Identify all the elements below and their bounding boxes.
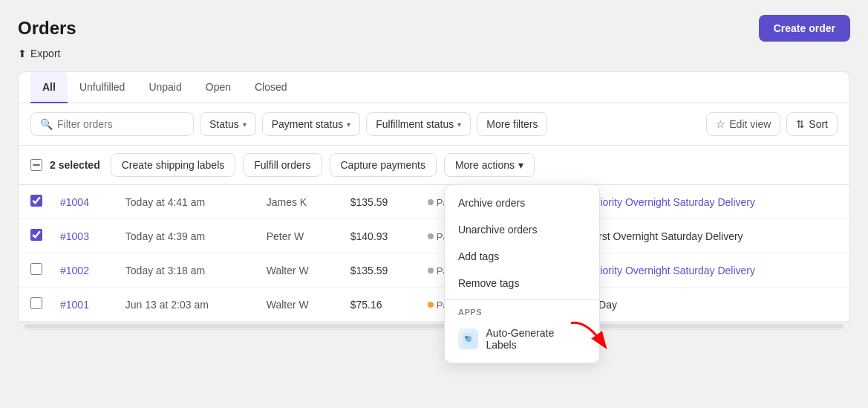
tab-unfulfilled[interactable]: Unfulfilled — [68, 72, 137, 103]
sort-button[interactable]: ⇅ Sort — [786, 112, 838, 136]
svg-point-2 — [465, 336, 468, 339]
order-amount: $135.59 — [342, 253, 419, 288]
capture-payments-button[interactable]: Capture payments — [330, 153, 437, 177]
scrollbar-row[interactable] — [19, 322, 849, 329]
page-title: Orders — [18, 18, 76, 39]
add-tags-item[interactable]: Add tags — [445, 243, 599, 270]
order-id-link[interactable]: #1002 — [60, 265, 89, 276]
search-icon: 🔍 — [40, 118, 53, 130]
table-row: #1002 Today at 3:18 am Walter W $135.59 … — [19, 253, 849, 288]
row-checkbox[interactable] — [30, 263, 42, 275]
chevron-down-icon: ▾ — [243, 120, 247, 129]
row-checkbox[interactable] — [30, 297, 42, 309]
remove-tags-item[interactable]: Remove tags — [445, 270, 599, 297]
order-date: Jun 13 at 2:03 am — [117, 288, 258, 322]
unarchive-orders-item[interactable]: Unarchive orders — [445, 216, 599, 243]
dropdown-divider — [445, 299, 599, 300]
tab-open[interactable]: Open — [194, 72, 243, 103]
create-shipping-labels-button[interactable]: Create shipping labels — [111, 153, 236, 177]
search-input[interactable] — [57, 118, 176, 130]
orders-table: #1004 Today at 4:41 am James K $135.59 P… — [19, 185, 849, 322]
create-order-button[interactable]: Create order — [759, 15, 850, 42]
order-customer: Peter W — [258, 219, 342, 253]
row-checkbox[interactable] — [30, 195, 42, 207]
archive-orders-item[interactable]: Archive orders — [445, 190, 599, 216]
order-customer: James K — [258, 185, 342, 219]
chevron-down-icon: ▾ — [457, 120, 461, 129]
order-amount: $75.16 — [342, 288, 419, 322]
scrollbar-track — [25, 324, 843, 328]
table-row: #1001 Jun 13 at 2:03 am Walter W $75.16 … — [19, 288, 849, 322]
auto-generate-labels-icon — [458, 328, 479, 349]
more-filters-button[interactable]: More filters — [477, 112, 547, 136]
tab-all[interactable]: All — [30, 72, 68, 103]
tab-closed[interactable]: Closed — [243, 72, 299, 103]
select-all-checkbox[interactable] — [30, 159, 42, 171]
order-id-link[interactable]: #1004 — [60, 196, 89, 208]
tab-unpaid[interactable]: Unpaid — [137, 72, 193, 103]
selection-bar: 2 selected Create shipping labels Fulfil… — [19, 146, 849, 185]
chevron-down-icon: ▾ — [518, 159, 523, 171]
fulfillment-status-filter-button[interactable]: Fulfillment status ▾ — [366, 112, 471, 136]
order-customer: Walter W — [258, 288, 342, 322]
filters-row: 🔍 Status ▾ Payment status ▾ Fulfillment … — [19, 103, 849, 146]
table-row: #1003 Today at 4:39 am Peter W $140.93 P… — [19, 219, 849, 253]
orders-card: All Unfulfilled Unpaid Open Closed 🔍 Sta… — [18, 71, 850, 330]
order-amount: $135.59 — [342, 185, 419, 219]
order-id-link[interactable]: #1003 — [60, 230, 89, 242]
export-button[interactable]: ⬆ Export — [18, 48, 60, 59]
export-icon: ⬆ — [18, 48, 27, 59]
more-actions-button[interactable]: More actions ▾ — [444, 153, 535, 177]
order-date: Today at 4:39 am — [117, 219, 258, 253]
auto-generate-labels-item[interactable]: Auto-Generate Labels — [445, 320, 599, 358]
status-filter-button[interactable]: Status ▾ — [200, 112, 256, 136]
more-actions-dropdown: Archive orders Unarchive orders Add tags… — [444, 184, 600, 363]
more-actions-wrapper: More actions ▾ Archive orders Unarchive … — [444, 153, 535, 177]
fulfill-orders-button[interactable]: Fulfill orders — [243, 153, 322, 177]
order-id-link[interactable]: #1001 — [60, 299, 89, 311]
search-box[interactable]: 🔍 — [30, 112, 194, 136]
chevron-down-icon: ▾ — [347, 120, 350, 129]
row-checkbox[interactable] — [30, 229, 42, 241]
order-date: Today at 3:18 am — [117, 253, 258, 288]
table-row: #1004 Today at 4:41 am James K $135.59 P… — [19, 185, 849, 219]
payment-status-filter-button[interactable]: Payment status ▾ — [262, 112, 361, 136]
edit-view-button[interactable]: ☆ Edit view — [706, 112, 780, 136]
order-customer: Walter W — [258, 253, 342, 288]
star-icon: ☆ — [716, 118, 725, 130]
order-amount: $140.93 — [342, 219, 419, 253]
order-date: Today at 4:41 am — [117, 185, 258, 219]
sort-icon: ⇅ — [796, 118, 805, 130]
apps-section-label: APPS — [445, 303, 599, 320]
selected-count: 2 selected — [50, 159, 100, 171]
tabs-bar: All Unfulfilled Unpaid Open Closed — [19, 72, 849, 103]
